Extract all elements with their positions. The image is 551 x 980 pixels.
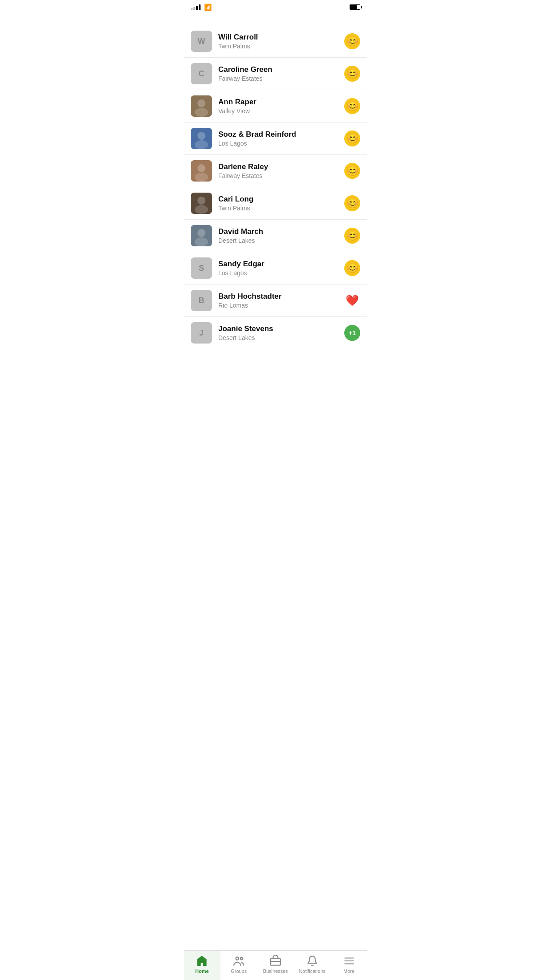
- user-name: Joanie Stevens: [218, 324, 344, 333]
- avatar: S: [191, 257, 212, 279]
- user-name: Sandy Edgar: [218, 260, 344, 269]
- reaction-smiley: 😊: [344, 98, 360, 114]
- user-location: Los Lagos: [218, 269, 344, 277]
- user-name: Cari Long: [218, 195, 344, 204]
- reaction-smiley: 😊: [344, 260, 360, 276]
- user-info: Sooz & Brad Reinford Los Lagos: [218, 130, 344, 147]
- user-name: Sooz & Brad Reinford: [218, 130, 344, 139]
- wifi-icon: 📶: [204, 4, 212, 11]
- list-item[interactable]: B Barb Hochstadter Rio Lomas ❤️: [184, 285, 367, 317]
- list-item[interactable]: David March Desert Lakes 😊: [184, 220, 367, 252]
- reaction-smiley: 😊: [344, 33, 360, 49]
- list-item[interactable]: C Caroline Green Fairway Estates 😊: [184, 58, 367, 90]
- avatar: [191, 225, 212, 246]
- svg-point-13: [197, 229, 205, 237]
- svg-point-11: [195, 205, 208, 214]
- avatar: B: [191, 290, 212, 311]
- svg-point-14: [195, 237, 208, 246]
- avatar: J: [191, 322, 212, 344]
- back-button[interactable]: [191, 17, 194, 20]
- header: [184, 12, 367, 25]
- user-name: Ann Raper: [218, 98, 344, 107]
- user-name: Will Carroll: [218, 33, 344, 42]
- user-location: Desert Lakes: [218, 237, 344, 244]
- user-location: Fairway Estates: [218, 75, 344, 82]
- user-info: Will Carroll Twin Palms: [218, 33, 344, 50]
- svg-point-7: [197, 164, 205, 172]
- list-item[interactable]: Sooz & Brad Reinford Los Lagos 😊: [184, 122, 367, 155]
- user-name: David March: [218, 227, 344, 236]
- reaction-heart: ❤️: [344, 292, 360, 308]
- reaction-smiley: 😊: [344, 163, 360, 179]
- list-item[interactable]: S Sandy Edgar Los Lagos 😊: [184, 252, 367, 285]
- svg-point-4: [197, 132, 205, 140]
- user-name: Caroline Green: [218, 65, 344, 74]
- avatar: [191, 128, 212, 149]
- user-info: Cari Long Twin Palms: [218, 195, 344, 212]
- list-item[interactable]: Darlene Raley Fairway Estates 😊: [184, 155, 367, 187]
- user-location: Desert Lakes: [218, 334, 344, 341]
- reaction-smiley: 😊: [344, 130, 360, 146]
- svg-point-10: [197, 197, 205, 205]
- reaction-smiley: 😊: [344, 195, 360, 211]
- user-info: Barb Hochstadter Rio Lomas: [218, 292, 344, 309]
- user-info: Ann Raper Valley View: [218, 98, 344, 115]
- avatar: [191, 160, 212, 182]
- list-item[interactable]: Ann Raper Valley View 😊: [184, 90, 367, 122]
- user-location: Valley View: [218, 107, 344, 115]
- user-location: Fairway Estates: [218, 172, 344, 179]
- avatar: C: [191, 63, 212, 84]
- reaction-smiley: 😊: [344, 66, 360, 82]
- avatar: [191, 193, 212, 214]
- user-name: Barb Hochstadter: [218, 292, 344, 301]
- list-item[interactable]: J Joanie Stevens Desert Lakes +1: [184, 317, 367, 349]
- avatar: W: [191, 31, 212, 52]
- user-info: Sandy Edgar Los Lagos: [218, 260, 344, 277]
- svg-point-8: [195, 173, 208, 182]
- reaction-plus1: +1: [344, 325, 360, 341]
- user-location: Rio Lomas: [218, 302, 344, 309]
- signal-icon: [191, 4, 201, 10]
- user-location: Twin Palms: [218, 205, 344, 212]
- user-info: Darlene Raley Fairway Estates: [218, 162, 344, 179]
- user-info: David March Desert Lakes: [218, 227, 344, 244]
- svg-point-5: [195, 140, 208, 149]
- svg-point-2: [195, 108, 208, 117]
- user-location: Los Lagos: [218, 140, 344, 147]
- svg-point-1: [197, 99, 205, 107]
- user-name: Darlene Raley: [218, 162, 344, 171]
- list-item[interactable]: Cari Long Twin Palms 😊: [184, 187, 367, 220]
- status-bar: 📶: [184, 0, 367, 12]
- reaction-list: W Will Carroll Twin Palms 😊 C Caroline G…: [184, 25, 367, 349]
- list-item[interactable]: W Will Carroll Twin Palms 😊: [184, 25, 367, 58]
- reaction-smiley: 😊: [344, 228, 360, 244]
- avatar: [191, 95, 212, 117]
- user-location: Twin Palms: [218, 43, 344, 50]
- user-info: Joanie Stevens Desert Lakes: [218, 324, 344, 341]
- user-info: Caroline Green Fairway Estates: [218, 65, 344, 82]
- battery-icon: [350, 4, 360, 10]
